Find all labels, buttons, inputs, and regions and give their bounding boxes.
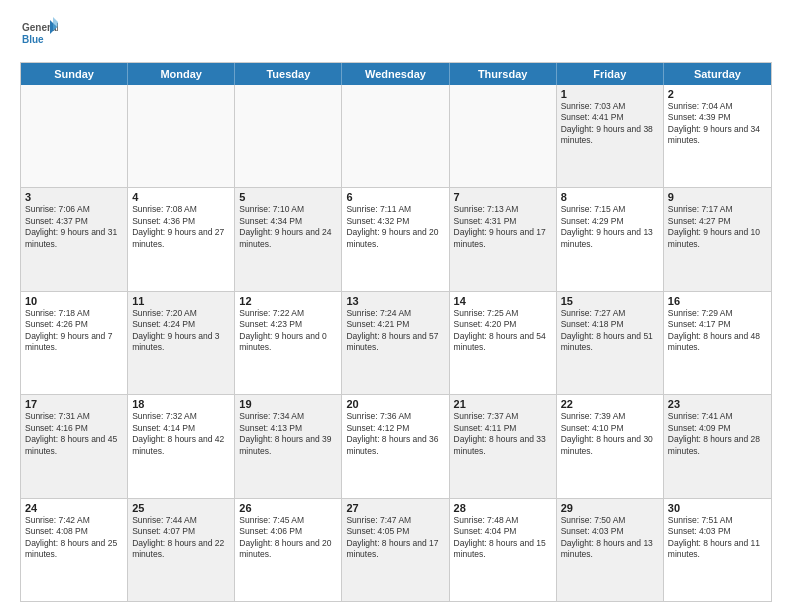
day-info: Sunrise: 7:51 AMSunset: 4:03 PMDaylight:… bbox=[668, 515, 767, 561]
day-cell-19: 19Sunrise: 7:34 AMSunset: 4:13 PMDayligh… bbox=[235, 395, 342, 497]
day-cell-5: 5Sunrise: 7:10 AMSunset: 4:34 PMDaylight… bbox=[235, 188, 342, 290]
day-number: 29 bbox=[561, 502, 659, 514]
day-number: 26 bbox=[239, 502, 337, 514]
day-number: 11 bbox=[132, 295, 230, 307]
day-cell-29: 29Sunrise: 7:50 AMSunset: 4:03 PMDayligh… bbox=[557, 499, 664, 601]
day-cell-12: 12Sunrise: 7:22 AMSunset: 4:23 PMDayligh… bbox=[235, 292, 342, 394]
calendar-body: 1Sunrise: 7:03 AMSunset: 4:41 PMDaylight… bbox=[21, 85, 771, 601]
header-cell-sunday: Sunday bbox=[21, 63, 128, 85]
logo-svg: General Blue bbox=[20, 16, 58, 54]
day-info: Sunrise: 7:10 AMSunset: 4:34 PMDaylight:… bbox=[239, 204, 337, 250]
day-info: Sunrise: 7:37 AMSunset: 4:11 PMDaylight:… bbox=[454, 411, 552, 457]
day-cell-11: 11Sunrise: 7:20 AMSunset: 4:24 PMDayligh… bbox=[128, 292, 235, 394]
day-cell-8: 8Sunrise: 7:15 AMSunset: 4:29 PMDaylight… bbox=[557, 188, 664, 290]
day-cell-20: 20Sunrise: 7:36 AMSunset: 4:12 PMDayligh… bbox=[342, 395, 449, 497]
day-number: 24 bbox=[25, 502, 123, 514]
day-info: Sunrise: 7:48 AMSunset: 4:04 PMDaylight:… bbox=[454, 515, 552, 561]
day-cell-18: 18Sunrise: 7:32 AMSunset: 4:14 PMDayligh… bbox=[128, 395, 235, 497]
day-number: 25 bbox=[132, 502, 230, 514]
day-number: 6 bbox=[346, 191, 444, 203]
day-cell-27: 27Sunrise: 7:47 AMSunset: 4:05 PMDayligh… bbox=[342, 499, 449, 601]
day-number: 14 bbox=[454, 295, 552, 307]
day-number: 5 bbox=[239, 191, 337, 203]
day-info: Sunrise: 7:41 AMSunset: 4:09 PMDaylight:… bbox=[668, 411, 767, 457]
calendar-row-4: 17Sunrise: 7:31 AMSunset: 4:16 PMDayligh… bbox=[21, 395, 771, 498]
header-cell-saturday: Saturday bbox=[664, 63, 771, 85]
day-number: 9 bbox=[668, 191, 767, 203]
day-number: 4 bbox=[132, 191, 230, 203]
day-cell-14: 14Sunrise: 7:25 AMSunset: 4:20 PMDayligh… bbox=[450, 292, 557, 394]
day-info: Sunrise: 7:31 AMSunset: 4:16 PMDaylight:… bbox=[25, 411, 123, 457]
day-info: Sunrise: 7:36 AMSunset: 4:12 PMDaylight:… bbox=[346, 411, 444, 457]
day-cell-6: 6Sunrise: 7:11 AMSunset: 4:32 PMDaylight… bbox=[342, 188, 449, 290]
calendar: SundayMondayTuesdayWednesdayThursdayFrid… bbox=[20, 62, 772, 602]
calendar-row-2: 3Sunrise: 7:06 AMSunset: 4:37 PMDaylight… bbox=[21, 188, 771, 291]
empty-cell-0-3 bbox=[342, 85, 449, 187]
day-cell-17: 17Sunrise: 7:31 AMSunset: 4:16 PMDayligh… bbox=[21, 395, 128, 497]
day-number: 22 bbox=[561, 398, 659, 410]
day-number: 18 bbox=[132, 398, 230, 410]
day-number: 1 bbox=[561, 88, 659, 100]
day-cell-3: 3Sunrise: 7:06 AMSunset: 4:37 PMDaylight… bbox=[21, 188, 128, 290]
day-number: 13 bbox=[346, 295, 444, 307]
day-cell-24: 24Sunrise: 7:42 AMSunset: 4:08 PMDayligh… bbox=[21, 499, 128, 601]
day-info: Sunrise: 7:18 AMSunset: 4:26 PMDaylight:… bbox=[25, 308, 123, 354]
day-number: 7 bbox=[454, 191, 552, 203]
day-cell-10: 10Sunrise: 7:18 AMSunset: 4:26 PMDayligh… bbox=[21, 292, 128, 394]
day-cell-26: 26Sunrise: 7:45 AMSunset: 4:06 PMDayligh… bbox=[235, 499, 342, 601]
page-header: General Blue bbox=[20, 16, 772, 54]
day-number: 3 bbox=[25, 191, 123, 203]
day-info: Sunrise: 7:32 AMSunset: 4:14 PMDaylight:… bbox=[132, 411, 230, 457]
day-number: 12 bbox=[239, 295, 337, 307]
day-number: 19 bbox=[239, 398, 337, 410]
day-cell-25: 25Sunrise: 7:44 AMSunset: 4:07 PMDayligh… bbox=[128, 499, 235, 601]
day-number: 28 bbox=[454, 502, 552, 514]
calendar-header: SundayMondayTuesdayWednesdayThursdayFrid… bbox=[21, 63, 771, 85]
calendar-row-1: 1Sunrise: 7:03 AMSunset: 4:41 PMDaylight… bbox=[21, 85, 771, 188]
empty-cell-0-1 bbox=[128, 85, 235, 187]
day-info: Sunrise: 7:29 AMSunset: 4:17 PMDaylight:… bbox=[668, 308, 767, 354]
day-cell-7: 7Sunrise: 7:13 AMSunset: 4:31 PMDaylight… bbox=[450, 188, 557, 290]
day-info: Sunrise: 7:08 AMSunset: 4:36 PMDaylight:… bbox=[132, 204, 230, 250]
day-info: Sunrise: 7:03 AMSunset: 4:41 PMDaylight:… bbox=[561, 101, 659, 147]
day-info: Sunrise: 7:20 AMSunset: 4:24 PMDaylight:… bbox=[132, 308, 230, 354]
day-info: Sunrise: 7:27 AMSunset: 4:18 PMDaylight:… bbox=[561, 308, 659, 354]
day-number: 17 bbox=[25, 398, 123, 410]
day-number: 23 bbox=[668, 398, 767, 410]
calendar-row-3: 10Sunrise: 7:18 AMSunset: 4:26 PMDayligh… bbox=[21, 292, 771, 395]
day-cell-21: 21Sunrise: 7:37 AMSunset: 4:11 PMDayligh… bbox=[450, 395, 557, 497]
day-cell-2: 2Sunrise: 7:04 AMSunset: 4:39 PMDaylight… bbox=[664, 85, 771, 187]
day-cell-23: 23Sunrise: 7:41 AMSunset: 4:09 PMDayligh… bbox=[664, 395, 771, 497]
day-number: 27 bbox=[346, 502, 444, 514]
header-cell-tuesday: Tuesday bbox=[235, 63, 342, 85]
day-info: Sunrise: 7:22 AMSunset: 4:23 PMDaylight:… bbox=[239, 308, 337, 354]
day-info: Sunrise: 7:17 AMSunset: 4:27 PMDaylight:… bbox=[668, 204, 767, 250]
day-info: Sunrise: 7:42 AMSunset: 4:08 PMDaylight:… bbox=[25, 515, 123, 561]
day-cell-30: 30Sunrise: 7:51 AMSunset: 4:03 PMDayligh… bbox=[664, 499, 771, 601]
day-number: 15 bbox=[561, 295, 659, 307]
day-cell-1: 1Sunrise: 7:03 AMSunset: 4:41 PMDaylight… bbox=[557, 85, 664, 187]
day-info: Sunrise: 7:15 AMSunset: 4:29 PMDaylight:… bbox=[561, 204, 659, 250]
day-number: 10 bbox=[25, 295, 123, 307]
day-info: Sunrise: 7:13 AMSunset: 4:31 PMDaylight:… bbox=[454, 204, 552, 250]
empty-cell-0-4 bbox=[450, 85, 557, 187]
header-cell-thursday: Thursday bbox=[450, 63, 557, 85]
day-info: Sunrise: 7:50 AMSunset: 4:03 PMDaylight:… bbox=[561, 515, 659, 561]
day-info: Sunrise: 7:47 AMSunset: 4:05 PMDaylight:… bbox=[346, 515, 444, 561]
empty-cell-0-2 bbox=[235, 85, 342, 187]
day-cell-13: 13Sunrise: 7:24 AMSunset: 4:21 PMDayligh… bbox=[342, 292, 449, 394]
day-number: 2 bbox=[668, 88, 767, 100]
day-cell-16: 16Sunrise: 7:29 AMSunset: 4:17 PMDayligh… bbox=[664, 292, 771, 394]
header-cell-friday: Friday bbox=[557, 63, 664, 85]
day-info: Sunrise: 7:24 AMSunset: 4:21 PMDaylight:… bbox=[346, 308, 444, 354]
day-cell-28: 28Sunrise: 7:48 AMSunset: 4:04 PMDayligh… bbox=[450, 499, 557, 601]
day-info: Sunrise: 7:06 AMSunset: 4:37 PMDaylight:… bbox=[25, 204, 123, 250]
day-info: Sunrise: 7:39 AMSunset: 4:10 PMDaylight:… bbox=[561, 411, 659, 457]
day-number: 30 bbox=[668, 502, 767, 514]
day-cell-4: 4Sunrise: 7:08 AMSunset: 4:36 PMDaylight… bbox=[128, 188, 235, 290]
day-cell-15: 15Sunrise: 7:27 AMSunset: 4:18 PMDayligh… bbox=[557, 292, 664, 394]
header-cell-monday: Monday bbox=[128, 63, 235, 85]
logo: General Blue bbox=[20, 16, 58, 54]
day-info: Sunrise: 7:04 AMSunset: 4:39 PMDaylight:… bbox=[668, 101, 767, 147]
header-cell-wednesday: Wednesday bbox=[342, 63, 449, 85]
